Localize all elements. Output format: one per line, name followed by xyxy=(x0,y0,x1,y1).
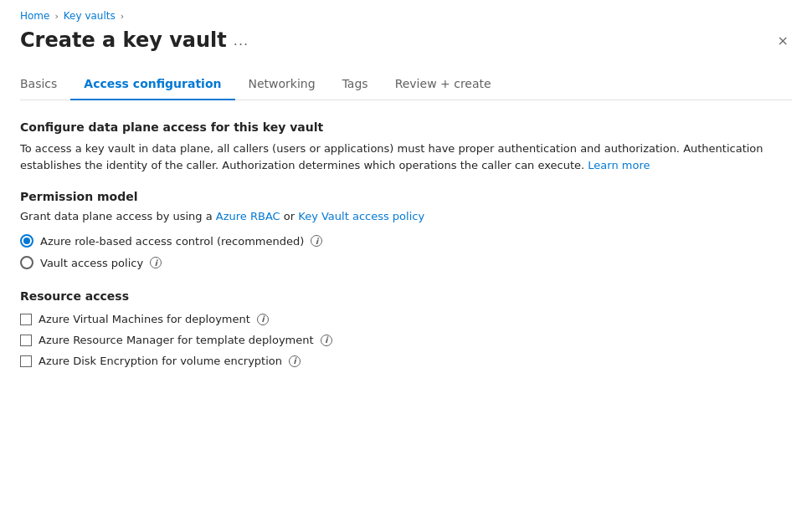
checkbox-vms-box[interactable] xyxy=(20,314,32,325)
radio-vault-policy-circle[interactable] xyxy=(20,256,33,269)
breadcrumb-sep-2: › xyxy=(121,11,124,22)
radio-rbac-circle[interactable] xyxy=(20,234,33,248)
breadcrumb-home[interactable]: Home xyxy=(20,10,49,22)
checkbox-arm-label: Azure Resource Manager for template depl… xyxy=(39,334,314,346)
checkbox-disk-encryption-info-icon[interactable]: i xyxy=(289,355,301,367)
permission-radio-group: Azure role-based access control (recomme… xyxy=(20,234,790,269)
tab-access-configuration[interactable]: Access configuration xyxy=(70,69,234,100)
permission-model-title: Permission model xyxy=(20,190,790,203)
page-header-left: Create a key vault ... xyxy=(20,28,249,52)
vault-policy-link[interactable]: Key Vault access policy xyxy=(298,210,424,222)
breadcrumb-sep-1: › xyxy=(54,11,58,22)
page-header: Create a key vault ... × xyxy=(20,28,792,52)
azure-rbac-link[interactable]: Azure RBAC xyxy=(216,210,280,222)
permission-model-description: Grant data plane access by using a Azure… xyxy=(20,210,790,222)
content-section: Configure data plane access for this key… xyxy=(20,120,790,367)
permission-model-section: Permission model Grant data plane access… xyxy=(20,190,790,269)
radio-rbac-info-icon[interactable]: i xyxy=(311,235,322,247)
tab-review-create[interactable]: Review + create xyxy=(382,69,505,100)
close-button[interactable]: × xyxy=(774,29,792,52)
page-container: Home › Key vaults › Create a key vault .… xyxy=(0,0,812,407)
breadcrumb: Home › Key vaults › xyxy=(20,10,792,22)
checkbox-disk-encryption-label: Azure Disk Encryption for volume encrypt… xyxy=(39,355,282,367)
configure-description: To access a key vault in data plane, all… xyxy=(20,141,790,173)
checkbox-arm-box[interactable] xyxy=(20,335,32,346)
checkbox-vms[interactable]: Azure Virtual Machines for deployment i xyxy=(20,313,790,325)
tab-basics[interactable]: Basics xyxy=(20,69,70,100)
resource-access-section: Resource access Azure Virtual Machines f… xyxy=(20,289,790,367)
checkbox-arm[interactable]: Azure Resource Manager for template depl… xyxy=(20,334,790,346)
configure-section: Configure data plane access for this key… xyxy=(20,120,790,173)
checkbox-disk-encryption-box[interactable] xyxy=(20,355,32,367)
radio-rbac-label: Azure role-based access control (recomme… xyxy=(40,235,304,248)
checkbox-arm-info-icon[interactable]: i xyxy=(321,335,332,346)
permission-desc-prefix: Grant data plane access by using a xyxy=(20,210,213,222)
radio-rbac[interactable]: Azure role-based access control (recomme… xyxy=(20,234,790,248)
checkbox-vms-info-icon[interactable]: i xyxy=(257,314,269,325)
radio-vault-policy-info-icon[interactable]: i xyxy=(150,257,162,268)
checkbox-vms-label: Azure Virtual Machines for deployment xyxy=(39,313,250,325)
resource-access-title: Resource access xyxy=(20,289,790,303)
tab-tags[interactable]: Tags xyxy=(329,69,382,100)
tab-networking[interactable]: Networking xyxy=(235,69,329,100)
permission-desc-or: or xyxy=(284,210,295,222)
checkbox-disk-encryption[interactable]: Azure Disk Encryption for volume encrypt… xyxy=(20,355,790,367)
page-title: Create a key vault xyxy=(20,28,227,52)
breadcrumb-key-vaults[interactable]: Key vaults xyxy=(64,10,116,22)
tabs-container: Basics Access configuration Networking T… xyxy=(20,69,792,100)
learn-more-link[interactable]: Learn more xyxy=(588,159,650,171)
more-options-icon[interactable]: ... xyxy=(234,33,249,49)
configure-title: Configure data plane access for this key… xyxy=(20,120,790,134)
radio-vault-policy-label: Vault access policy xyxy=(40,257,143,269)
radio-vault-policy[interactable]: Vault access policy i xyxy=(20,256,790,269)
configure-description-text: To access a key vault in data plane, all… xyxy=(20,142,763,171)
resource-checkbox-group: Azure Virtual Machines for deployment i … xyxy=(20,313,790,367)
